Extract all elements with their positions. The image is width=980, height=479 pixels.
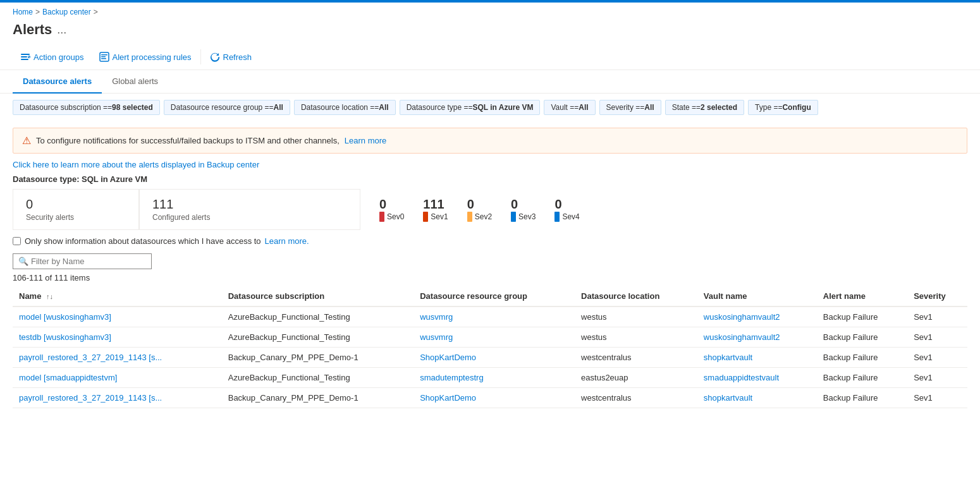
filter-datasource-type[interactable]: Datasource type == SQL in Azure VM — [400, 100, 541, 115]
cell-vault-3: smaduappidtestvault — [697, 368, 817, 388]
filter-resource-group[interactable]: Datasource resource group == All — [164, 100, 290, 115]
security-alerts-label: Security alerts — [26, 213, 126, 222]
checkbox-label: Only show information about datasources … — [25, 236, 261, 246]
access-filter-checkbox[interactable] — [13, 237, 21, 245]
filter-location[interactable]: Datasource location == All — [294, 100, 396, 115]
vault-link-1[interactable]: wuskosinghamvault2 — [704, 332, 780, 342]
svg-rect-6 — [101, 54, 107, 56]
filter-state[interactable]: State == 2 selected — [665, 100, 744, 115]
filter-rg-label: Datasource resource group == — [171, 103, 274, 112]
name-link-2[interactable]: payroll_restored_3_27_2019_1143 [s... — [19, 353, 162, 362]
sev0-dot — [379, 212, 384, 222]
sev4-label: Sev4 — [554, 212, 579, 222]
svg-rect-7 — [101, 56, 106, 58]
alert-processing-rules-button[interactable]: Alert processing rules — [92, 48, 199, 66]
alert-processing-icon — [99, 52, 109, 62]
filter-subscription[interactable]: Datasource subscription == 98 selected — [13, 100, 160, 115]
cell-severity-2: Sev1 — [907, 348, 967, 368]
name-link-4[interactable]: payroll_restored_3_27_2019_1143 [s... — [19, 393, 162, 403]
cell-location-3: eastus2euap — [575, 368, 697, 388]
rg-link-1[interactable]: wusvmrg — [420, 332, 453, 342]
cell-subscription-1: AzureBackup_Functional_Testing — [222, 327, 413, 348]
learn-more-link[interactable]: Click here to learn more about the alert… — [13, 160, 259, 169]
filter-vault-label: Vault == — [551, 103, 579, 112]
table-header-row: Name ↑↓ Datasource subscription Datasour… — [13, 286, 967, 306]
alert-banner-text: To configure notifications for successfu… — [36, 136, 340, 145]
col-alert-name: Alert name — [817, 286, 907, 306]
filter-type-label: Datasource type == — [407, 103, 473, 112]
filter-rg-value: All — [274, 103, 283, 112]
rg-link-2[interactable]: ShopKartDemo — [420, 353, 476, 362]
cell-severity-0: Sev1 — [907, 306, 967, 327]
cell-location-4: westcentralus — [575, 388, 697, 408]
filter-severity-value: All — [644, 103, 654, 112]
alert-banner-learn-more[interactable]: Learn more — [345, 136, 386, 145]
filter-severity-label: Severity == — [606, 103, 645, 112]
filter-vault-value: All — [579, 103, 588, 112]
filter-state-label: State == — [672, 103, 701, 112]
refresh-icon — [210, 52, 220, 62]
sev4-dot — [554, 212, 560, 222]
sev2-dot — [467, 212, 472, 222]
sev1-count: 111 — [423, 197, 444, 212]
breadcrumb: Home > Backup center > — [0, 3, 980, 19]
security-alerts-card[interactable]: 0 Security alerts — [13, 189, 139, 230]
cell-resource-group-1: wusvmrg — [413, 327, 575, 348]
col-severity: Severity — [907, 286, 967, 306]
search-input[interactable] — [31, 257, 146, 266]
stats-row: 0 Security alerts 111 Configured alerts … — [13, 189, 967, 230]
action-groups-label: Action groups — [34, 52, 84, 62]
cell-location-1: westus — [575, 327, 697, 348]
checkbox-learn-more[interactable]: Learn more. — [265, 236, 309, 246]
table-container: Name ↑↓ Datasource subscription Datasour… — [13, 286, 967, 408]
page-menu-button[interactable]: ... — [57, 23, 66, 37]
filter-location-value: All — [379, 103, 388, 112]
configured-alerts-count: 111 — [152, 197, 347, 212]
tab-global-alerts[interactable]: Global alerts — [102, 70, 168, 94]
vault-link-2[interactable]: shopkartvault — [704, 353, 752, 362]
breadcrumb-sep2: > — [94, 8, 98, 16]
cell-vault-0: wuskosinghamvault2 — [697, 306, 817, 327]
learn-link-section: Click here to learn more about the alert… — [13, 160, 967, 169]
sort-icon[interactable]: ↑↓ — [46, 293, 53, 300]
cell-severity-4: Sev1 — [907, 388, 967, 408]
rg-link-4[interactable]: ShopKartDemo — [420, 393, 476, 403]
vault-link-3[interactable]: smaduappidtestvault — [704, 373, 779, 382]
breadcrumb-home[interactable]: Home — [13, 8, 33, 16]
rg-link-0[interactable]: wusvmrg — [420, 312, 453, 322]
filter-alert-type-value: Configu — [782, 103, 811, 112]
filter-subscription-label: Datasource subscription == — [20, 103, 112, 112]
cell-vault-4: shopkartvault — [697, 388, 817, 408]
sev3-dot — [511, 212, 516, 222]
sev4-count: 0 — [554, 197, 561, 212]
breadcrumb-backupcenter[interactable]: Backup center — [42, 8, 91, 16]
cell-vault-2: shopkartvault — [697, 348, 817, 368]
refresh-button[interactable]: Refresh — [202, 48, 260, 66]
filter-alert-type[interactable]: Type == Configu — [748, 100, 818, 115]
tab-datasource-alerts[interactable]: Datasource alerts — [13, 70, 102, 94]
name-link-1[interactable]: testdb [wuskosinghamv3] — [19, 332, 111, 342]
name-link-3[interactable]: model [smaduappidtestvm] — [19, 373, 117, 382]
vault-link-0[interactable]: wuskosinghamvault2 — [704, 312, 780, 322]
action-groups-button[interactable]: Action groups — [13, 48, 92, 66]
sev1-stat: 111 Sev1 — [423, 197, 448, 222]
col-name: Name ↑↓ — [13, 286, 222, 306]
sev0-count: 0 — [379, 197, 386, 212]
vault-link-4[interactable]: shopkartvault — [704, 393, 752, 403]
col-location: Datasource location — [575, 286, 697, 306]
filter-severity[interactable]: Severity == All — [599, 100, 661, 115]
sev3-stat: 0 Sev3 — [511, 197, 536, 222]
rg-link-3[interactable]: smadutemptestrg — [420, 373, 483, 382]
cell-location-0: westus — [575, 306, 697, 327]
sev0-label: Sev0 — [379, 212, 404, 222]
configured-alerts-card[interactable]: 111 Configured alerts — [139, 189, 360, 230]
filter-vault[interactable]: Vault == All — [544, 100, 595, 115]
cell-name-4: payroll_restored_3_27_2019_1143 [s... — [13, 388, 222, 408]
search-input-wrap: 🔍 — [13, 253, 152, 269]
search-icon: 🔍 — [18, 257, 28, 266]
cell-subscription-3: AzureBackup_Functional_Testing — [222, 368, 413, 388]
page-header: Alerts ... — [0, 19, 980, 44]
svg-rect-2 — [21, 59, 28, 60]
name-link-0[interactable]: model [wuskosinghamv3] — [19, 312, 111, 322]
cell-resource-group-3: smadutemptestrg — [413, 368, 575, 388]
